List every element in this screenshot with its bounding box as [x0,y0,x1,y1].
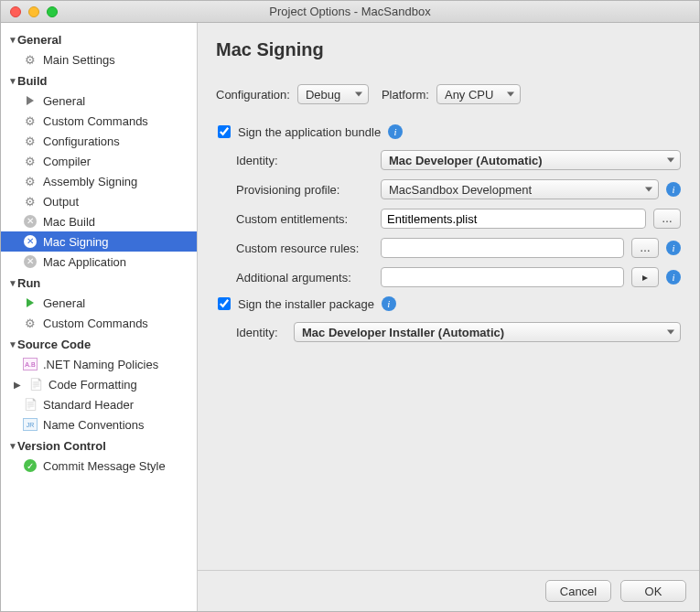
resource-rules-row: Custom resource rules: … i [236,238,681,258]
sidebar-item-assembly-signing[interactable]: Assembly Signing [1,171,197,191]
close-icon[interactable] [10,6,21,17]
installer-identity-label: Identity: [236,326,286,339]
sidebar-item-net-naming[interactable]: A.B .NET Naming Policies [1,354,197,374]
sidebar-item-label: General [43,296,85,310]
sign-app-bundle-checkbox[interactable] [218,125,231,138]
configuration-value: Debug [306,88,340,102]
info-icon[interactable]: i [388,124,403,139]
sidebar-item-commit-message-style[interactable]: ✓ Commit Message Style [1,456,197,476]
additional-args-input[interactable] [381,267,624,287]
sidebar-group-build: ▼ Build General Custom Commands Configur… [1,71,197,272]
caret-down-icon: ▼ [8,339,17,349]
sidebar-item-label: Name Conventions [43,418,145,432]
identity-select[interactable]: Mac Developer (Automatic) [381,150,681,170]
sidebar-group-label: General [17,33,61,47]
sidebar-item-code-formatting[interactable]: ▶ Code Formatting [1,374,197,394]
entitlements-input[interactable] [381,209,646,229]
provisioning-row: Provisioning profile: MacSandbox Develop… [236,179,681,199]
sidebar-item-label: .NET Naming Policies [43,358,158,371]
sign-app-bundle-row: Sign the application bundle i [218,124,681,139]
sidebar-item-compiler[interactable]: Compiler [1,151,197,171]
sidebar-header-version-control[interactable]: ▼ Version Control [1,436,197,456]
gear-icon [23,52,38,67]
additional-args-row: Additional arguments: ▸ i [236,267,681,287]
zoom-icon[interactable] [47,6,58,17]
configuration-select[interactable]: Debug [297,84,369,104]
identity-row: Identity: Mac Developer (Automatic) [236,150,681,170]
sidebar-item-label: Mac Application [43,255,126,269]
traffic-lights [1,6,58,17]
main-panel: Mac Signing Configuration: Debug Platfor… [198,23,699,611]
sign-app-bundle-label: Sign the application bundle [238,125,381,139]
sidebar-item-standard-header[interactable]: Standard Header [1,394,197,414]
sidebar-item-mac-application[interactable]: ✕ Mac Application [1,252,197,272]
sidebar-item-label: Main Settings [43,53,115,67]
info-icon[interactable]: i [666,270,681,285]
resource-rules-input[interactable] [381,238,624,258]
main-content: Mac Signing Configuration: Debug Platfor… [198,23,699,570]
resource-rules-label: Custom resource rules: [236,242,373,255]
check-circle-icon: ✓ [23,458,38,473]
caret-down-icon: ▼ [8,35,17,45]
sidebar-item-custom-commands[interactable]: Custom Commands [1,111,197,131]
resource-rules-browse-button[interactable]: … [631,238,659,258]
sidebar: ▼ General Main Settings ▼ Build General [1,23,198,611]
additional-args-label: Additional arguments: [236,271,373,285]
sidebar-item-run-custom-commands[interactable]: Custom Commands [1,313,197,333]
installer-section: Sign the installer package i Identity: M… [218,296,681,342]
sidebar-item-name-conventions[interactable]: JR Name Conventions [1,414,197,435]
cancel-button[interactable]: Cancel [545,580,611,602]
entitlements-browse-button[interactable]: … [653,209,681,229]
sidebar-header-build[interactable]: ▼ Build [1,71,197,91]
sign-installer-row: Sign the installer package i [218,296,681,311]
info-icon[interactable]: i [666,182,681,197]
sidebar-item-mac-signing[interactable]: ✕ Mac Signing [1,231,197,252]
provisioning-label: Provisioning profile: [236,183,373,197]
sidebar-item-label: Custom Commands [43,114,148,128]
sidebar-item-label: Configurations [43,134,120,148]
sidebar-item-label: Code Formatting [48,378,137,392]
identity-label: Identity: [236,154,373,167]
sidebar-item-label: Standard Header [43,398,134,412]
installer-identity-row: Identity: Mac Developer Installer (Autom… [236,322,681,342]
minimize-icon[interactable] [28,6,39,17]
installer-identity-value: Mac Developer Installer (Automatic) [302,326,504,339]
sidebar-group-source-code: ▼ Source Code A.B .NET Naming Policies ▶… [1,335,197,435]
sidebar-header-general[interactable]: ▼ General [1,30,197,49]
provisioning-value: MacSandbox Development [389,183,532,197]
additional-args-expand-button[interactable]: ▸ [631,267,659,287]
gear-icon [23,134,38,148]
info-icon[interactable]: i [382,296,396,311]
sidebar-group-label: Version Control [17,439,106,453]
sidebar-item-main-settings[interactable]: Main Settings [1,49,197,70]
gear-icon [23,174,38,188]
sidebar-group-run: ▼ Run General Custom Commands [1,274,197,333]
caret-right-icon: ▶ [14,380,23,390]
sidebar-item-run-general[interactable]: General [1,293,197,313]
sidebar-header-run[interactable]: ▼ Run [1,274,197,293]
sidebar-group-label: Build [17,74,48,88]
abc-icon: A.B [23,357,38,371]
document-icon [23,397,38,412]
page-title: Mac Signing [216,39,681,60]
sidebar-item-label: Compiler [43,155,91,168]
jr-icon: JR [23,417,38,432]
sign-installer-checkbox[interactable] [218,297,231,310]
circle-x-icon: ✕ [23,254,38,269]
sidebar-item-label: General [43,94,85,108]
gear-icon [23,194,38,209]
provisioning-select[interactable]: MacSandbox Development [381,179,659,199]
info-icon[interactable]: i [666,241,681,255]
caret-down-icon: ▼ [8,76,17,86]
sidebar-item-configurations[interactable]: Configurations [1,131,197,151]
installer-identity-select[interactable]: Mac Developer Installer (Automatic) [294,322,681,342]
sidebar-item-output[interactable]: Output [1,191,197,211]
sign-installer-label: Sign the installer package [238,297,374,311]
platform-label: Platform: [382,88,429,102]
platform-select[interactable]: Any CPU [436,84,521,104]
sidebar-header-source-code[interactable]: ▼ Source Code [1,335,197,354]
sidebar-item-build-general[interactable]: General [1,91,197,111]
circle-x-icon: ✕ [23,214,38,229]
ok-button[interactable]: OK [620,580,686,602]
sidebar-item-mac-build[interactable]: ✕ Mac Build [1,211,197,231]
